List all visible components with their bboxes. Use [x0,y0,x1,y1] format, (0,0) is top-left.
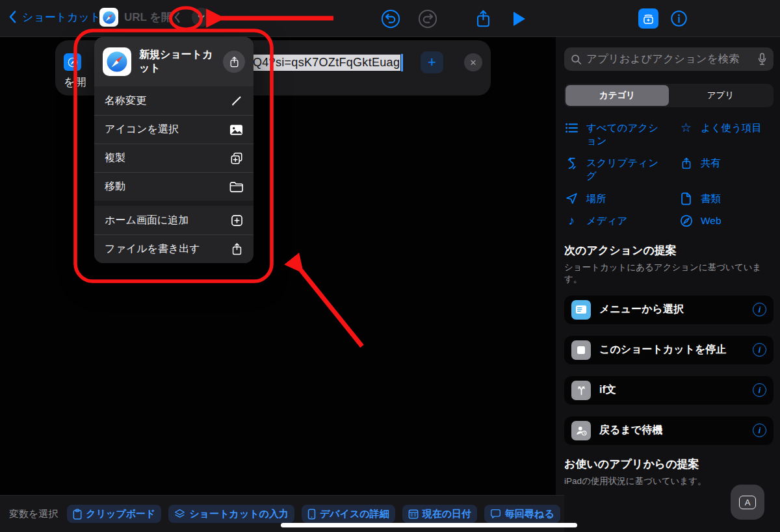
shortcut-title[interactable]: URL を開く [124,10,183,25]
category-scripting[interactable]: スクリプティング [564,157,679,183]
info-button[interactable]: i [753,343,766,357]
shortcut-details-button[interactable] [669,8,689,29]
category-grid: すべてのアクション ☆ よく使う項目 スクリプティング 共有 [564,121,774,227]
keyboard-toggle-button[interactable]: A [731,485,764,520]
menu-item-add-to-home[interactable]: ホーム画面に追加 [94,206,254,234]
category-web[interactable]: Web [679,214,774,227]
undo-icon [381,9,400,29]
star-icon: ☆ [679,121,694,134]
suggestion-choose-from-menu[interactable]: メニューから選択 i [564,296,774,324]
variable-current-date[interactable]: 現在の日付 [402,505,477,523]
export-icon [231,242,243,256]
info-icon [670,10,688,27]
menu-item-move[interactable]: 移動 [94,172,254,201]
action-library-panel: アプリおよびアクションを検索 カテゴリ アプリ すべてのアクション ☆ よく使う… [556,37,780,532]
mic-icon[interactable] [757,53,767,66]
info-button[interactable]: i [753,383,766,397]
variable-clipboard[interactable]: クリップボード [67,505,161,523]
category-media[interactable]: ♪ メディア [564,214,679,227]
chevron-left-icon [6,9,20,25]
next-actions-subtitle: ショートカットにあるアクションに基づいています。 [564,262,774,285]
web-compass-icon [679,214,694,227]
category-documents[interactable]: 書類 [679,192,774,205]
photo-icon [229,124,243,136]
device-icon [307,509,316,520]
chevron-down-icon [196,12,206,22]
menu-item-rename[interactable]: 名称変更 [94,86,254,115]
share-icon [474,9,492,29]
suggestion-list: メニューから選択 i このショートカットを停止 i if文 i [564,296,774,445]
category-all-actions[interactable]: すべてのアクション [564,121,679,147]
search-field[interactable]: アプリおよびアクションを検索 [564,47,774,71]
category-favorites[interactable]: ☆ よく使う項目 [679,121,774,147]
search-placeholder: アプリおよびアクションを検索 [586,52,753,66]
home-indicator[interactable] [281,523,577,527]
add-to-home-icon [231,214,243,227]
category-sharing[interactable]: 共有 [679,157,774,183]
search-icon [571,54,582,65]
variable-device-details[interactable]: デバイスの詳細 [302,505,395,523]
text-cursor [401,54,403,71]
top-nav-bar: ショートカット URL を開く [0,0,780,37]
safari-action-icon [64,53,81,71]
variable-shortcut-input[interactable]: ショートカットの入力 [168,505,294,523]
shortcuts-app-screen: ショートカット URL を開く [0,0,780,532]
menu-item-choose-icon[interactable]: アイコンを選択 [94,115,254,144]
url-selected-text[interactable]: Q4?si=qsK7OZtFqGktEuag [252,55,400,71]
stop-icon [571,340,591,360]
action-text-fragment: を開 [64,75,86,90]
delete-action-button[interactable]: ✕ [464,53,482,71]
back-button[interactable]: ショートカット [6,9,101,25]
wait-return-icon [571,421,591,440]
category-location[interactable]: 場所 [564,192,679,205]
location-icon [564,192,579,205]
context-menu-list: 名称変更 アイコンを選択 複製 移動 ホーム画面に追加 ファイルを書き出す [94,86,254,263]
url-field[interactable]: Q4?si=qsK7OZtFqGktEuag [252,54,403,71]
layers-icon [174,509,185,520]
select-variable-button[interactable]: 変数を選択 [9,508,58,520]
menu-item-duplicate[interactable]: 複製 [94,144,254,172]
info-button[interactable]: i [753,424,766,437]
branch-icon [571,381,591,400]
variable-ask-each-time[interactable]: 毎回尋ねる [484,505,560,523]
insert-variable-button[interactable]: + [421,51,443,73]
share-shortcut-button[interactable] [223,51,245,73]
safari-icon [99,8,118,27]
all-actions-list-icon [564,121,579,134]
action-library-icon [642,12,655,25]
play-icon [511,10,526,27]
scripting-icon [564,157,579,170]
run-button[interactable] [508,8,528,29]
keyboard-key-icon: A [739,496,757,509]
back-label: ショートカット [22,10,101,25]
calendar-icon [408,509,419,519]
action-library-toggle[interactable] [638,8,658,29]
menu-item-export-file[interactable]: ファイルを書き出す [94,234,254,263]
media-music-icon: ♪ [564,214,579,227]
redo-button[interactable] [417,8,437,29]
app-suggestions-title: お使いのアプリからの提案 [564,457,774,472]
clipboard-icon [73,509,82,520]
menu-card-icon [571,300,591,320]
annotation-arrow-diagonal [301,270,362,346]
undo-button[interactable] [380,8,400,29]
redo-icon [418,9,437,29]
pencil-icon [230,94,243,107]
share-button[interactable] [473,8,493,29]
tab-categories[interactable]: カテゴリ [566,85,669,106]
info-button[interactable]: i [753,303,766,316]
library-tabs: カテゴリ アプリ [564,84,774,107]
suggestion-stop-shortcut[interactable]: このショートカットを停止 i [564,336,774,364]
shortcut-name: 新規ショートカット [139,48,223,75]
context-menu-header: 新規ショートカット [94,37,254,86]
document-icon [679,192,694,205]
share-icon [229,56,240,68]
suggestion-if-statement[interactable]: if文 i [564,376,774,405]
tab-apps[interactable]: アプリ [669,85,772,106]
speech-bubble-icon [490,509,501,519]
safari-icon [103,47,131,76]
suggestion-wait-to-return[interactable]: 戻るまで待機 i [564,416,774,445]
title-menu-button[interactable] [192,8,211,27]
folder-icon [229,181,243,193]
share-icon [679,157,694,170]
